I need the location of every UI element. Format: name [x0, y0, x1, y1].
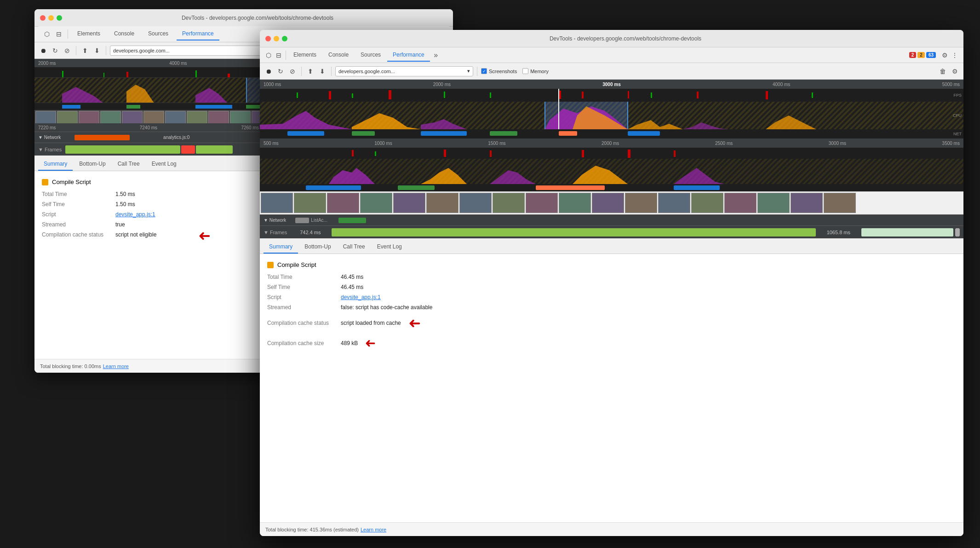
dock-btn-1[interactable]: ⊟: [54, 29, 64, 39]
tab-sources-1[interactable]: Sources: [143, 28, 174, 40]
cache-status-value-1: script not eligible: [115, 231, 156, 238]
screenshots-checkbox-wrap[interactable]: ✓ Screenshots: [481, 68, 517, 74]
more-tabs-btn-2[interactable]: »: [431, 50, 441, 60]
minimize-button-1[interactable]: [48, 15, 54, 21]
memory-checkbox-wrap[interactable]: Memory: [522, 68, 549, 74]
red-arrow-1: ➜: [198, 227, 211, 244]
svg-rect-11: [766, 91, 768, 99]
tab-summary-1[interactable]: Summary: [38, 158, 73, 171]
clear-btn-2[interactable]: ⊘: [287, 66, 298, 76]
refresh-btn-1[interactable]: ↻: [50, 46, 60, 56]
network-label-2: ▼ Network: [264, 218, 286, 223]
cursor-tool-btn-2[interactable]: ⬡: [264, 50, 274, 60]
tab-console-2[interactable]: Console: [323, 49, 354, 62]
screenshots-checkbox[interactable]: ✓: [481, 68, 487, 74]
ni-label: ListAc...: [311, 218, 327, 223]
tab-performance-2[interactable]: Performance: [387, 49, 430, 62]
self-time-label-1: Self Time: [42, 201, 115, 208]
memory-checkbox[interactable]: [522, 68, 528, 74]
cursor-tool-btn-1[interactable]: ⬡: [42, 29, 52, 39]
screenshot-10: [230, 111, 251, 123]
net-bar-3: [195, 105, 232, 109]
tab-summary-2[interactable]: Summary: [264, 241, 298, 254]
tab-bottomup-1[interactable]: Bottom-Up: [74, 158, 111, 171]
download-btn-2[interactable]: ⬇: [317, 66, 327, 76]
fps-bar-2: FPS: [260, 89, 963, 102]
th-5: [393, 193, 425, 213]
record-btn-1[interactable]: ⏺: [38, 46, 48, 56]
streamed-value-1: true: [115, 221, 125, 228]
th-1: [261, 193, 293, 213]
tab-calltree-1[interactable]: Call Tree: [112, 158, 145, 171]
zoom-mark-3: 7260 ms: [241, 125, 258, 130]
tab-bottomup-2[interactable]: Bottom-Up: [299, 241, 336, 254]
ruler-mark-2: 4000 ms: [169, 61, 187, 66]
tab-eventlog-2[interactable]: Event Log: [372, 241, 407, 254]
network-bar-1: analytics.js:0: [75, 135, 130, 140]
zoom-net-b4: [674, 185, 720, 190]
upload-btn-1[interactable]: ⬆: [80, 46, 90, 56]
tab-eventlog-1[interactable]: Event Log: [146, 158, 182, 171]
overview-timeline-2[interactable]: 1000 ms 2000 ms 3000 ms 4000 ms 5000 ms …: [260, 80, 963, 138]
more-btn-2[interactable]: ⋮: [950, 50, 960, 60]
tab-sources-2[interactable]: Sources: [355, 49, 386, 62]
close-button-2[interactable]: [265, 36, 271, 41]
close-button-1[interactable]: [40, 15, 46, 21]
address-bar-2[interactable]: developers.google.com... ▾: [335, 66, 473, 76]
maximize-button-1[interactable]: [57, 15, 62, 21]
tab-performance-1[interactable]: Performance: [177, 28, 219, 40]
dock-btn-2[interactable]: ⊟: [274, 50, 284, 60]
screenshot-4: [100, 111, 121, 123]
clear-btn-1[interactable]: ⊘: [62, 46, 72, 56]
refresh-btn-2[interactable]: ↻: [275, 66, 286, 76]
fps-label-2: FPS: [953, 93, 962, 98]
trash-btn-2[interactable]: 🗑: [938, 66, 948, 76]
self-time-label-2: Self Time: [267, 284, 341, 290]
zoom-net-b2: [398, 185, 435, 190]
tab-elements-2[interactable]: Elements: [288, 49, 322, 62]
tab-calltree-2[interactable]: Call Tree: [338, 241, 371, 254]
svg-rect-9: [651, 92, 652, 98]
fps-bar-2: [103, 73, 104, 77]
th-18: [824, 193, 856, 213]
zoom-fps-chart-2: [260, 148, 950, 159]
ni-2: [338, 218, 366, 223]
scrollbar-thumb-2[interactable]: [955, 228, 960, 237]
fps-chart-2: [260, 89, 904, 102]
minimize-button-2[interactable]: [274, 36, 279, 41]
compile-icon-1: [42, 179, 48, 185]
settings-gear-btn-2[interactable]: ⚙: [950, 66, 960, 76]
compile-icon-2: [267, 262, 274, 268]
warning-badge-2: 2: [917, 52, 925, 58]
script-link-1[interactable]: devsite_app.js:1: [115, 211, 155, 218]
script-link-2[interactable]: devsite_app.js:1: [341, 294, 381, 300]
traffic-lights-1: [40, 15, 62, 21]
frame-block-1: [65, 145, 180, 154]
th-2: [294, 193, 326, 213]
devtools-toolbar-2: ⏺ ↻ ⊘ ⬆ ⬇ developers.google.com... ▾ ✓ S…: [260, 63, 963, 80]
net-block-4: [490, 131, 517, 136]
streamed-row-2: Streamed false: script has code-cache av…: [267, 304, 956, 311]
frames-time-2a: 742.4 ms: [300, 230, 321, 235]
thumb-strip-2: [260, 192, 963, 214]
settings-btn-2[interactable]: ⚙: [940, 50, 950, 60]
tab-console-1[interactable]: Console: [109, 28, 140, 40]
record-btn-2[interactable]: ⏺: [264, 66, 274, 76]
zm-6: 3000 ms: [829, 141, 846, 146]
fps-bar-3: [195, 70, 197, 77]
learn-more-link-1[interactable]: Learn more: [103, 363, 129, 369]
zm-1: 500 ms: [264, 141, 279, 146]
upload-btn-2[interactable]: ⬆: [305, 66, 315, 76]
tab-elements-1[interactable]: Elements: [72, 28, 106, 40]
svg-rect-4: [444, 92, 445, 98]
svg-rect-22: [582, 150, 584, 157]
learn-more-link-2[interactable]: Learn more: [361, 527, 386, 532]
svg-rect-21: [490, 150, 492, 157]
zm-4: 2000 ms: [602, 141, 619, 146]
download-btn-1[interactable]: ⬇: [92, 46, 102, 56]
th-7: [459, 193, 492, 213]
address-arrow-2[interactable]: ▾: [467, 68, 470, 74]
status-text-1: Total blocking time: 0.00ms: [40, 363, 101, 369]
maximize-button-2[interactable]: [282, 36, 287, 41]
scrollbar-v-2[interactable]: [955, 228, 960, 237]
